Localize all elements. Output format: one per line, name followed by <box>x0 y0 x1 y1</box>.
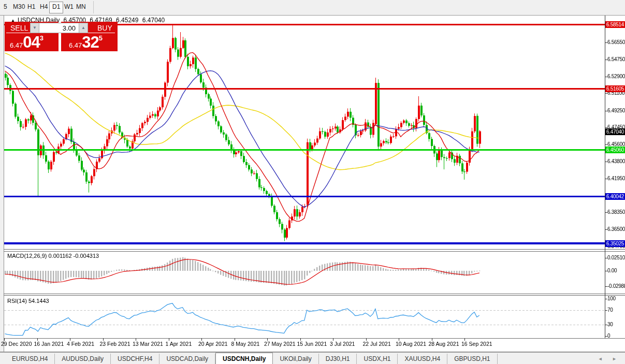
date-tick-label: 22 Jul 2021 <box>363 341 391 347</box>
buy-price-big: 32 <box>82 33 98 51</box>
rsi-axis-tick: 30 <box>607 322 624 327</box>
date-tick-label: 13 Mar 2021 <box>133 341 163 347</box>
ohlc-close: 6.47040 <box>142 17 165 24</box>
sell-price-small: 6.47 <box>10 41 23 49</box>
date-tick-label: 20 Apr 2021 <box>198 341 228 347</box>
chart-tab-usdchf[interactable]: USDCHF,H4 <box>111 354 159 364</box>
chart-tab-ukoil[interactable]: UKOil,Daily <box>273 354 318 364</box>
rsi-label: RSI(14) 54.1443 <box>7 298 49 304</box>
price-axis-tick: 6.38350 <box>607 209 624 215</box>
rsi-axis-tick: 0 <box>607 333 624 339</box>
date-tick-label: 8 May 2021 <box>231 341 260 347</box>
macd-axis-tick: 0.00 <box>607 268 624 273</box>
sell-price: 6.47043 <box>10 33 43 52</box>
chart-tab-usdcnh[interactable]: USDCNH,Daily <box>215 353 273 364</box>
date-tick-label: 28 Aug 2021 <box>429 341 459 347</box>
price-level-badge: 6.51605 <box>605 85 625 92</box>
buy-price-small: 6.47 <box>69 41 82 49</box>
price-axis-tick: 6.36500 <box>607 226 624 232</box>
price-level-badge: 6.40042 <box>605 193 625 200</box>
date-tick-label: 29 Dec 2020 <box>1 341 32 347</box>
chart-tab-usdx[interactable]: USDX,H1 <box>357 354 398 364</box>
volume-input[interactable]: 3.00 <box>39 23 79 33</box>
rsi-axis-tick: 70 <box>607 307 624 313</box>
price-chart-canvas[interactable] <box>0 0 625 364</box>
sell-button[interactable]: SELL <box>10 24 28 32</box>
price-axis-tick: 6.52900 <box>607 74 624 79</box>
date-tick-label: 4 Feb 2021 <box>67 341 94 347</box>
chart-tab-audusd[interactable]: AUDUSD,Daily <box>55 354 111 364</box>
price-axis-tick: 6.41950 <box>607 176 624 181</box>
macd-axis-tick: -0.02988 <box>607 283 624 289</box>
price-axis-tick: 6.49250 <box>607 108 624 113</box>
date-tick-label: 27 May 2021 <box>264 341 296 347</box>
date-tick-label: 1 Apr 2021 <box>166 341 192 347</box>
tab-scroll-arrows[interactable]: ◄ ► <box>598 356 621 361</box>
date-tick-label: 3 Jul 2021 <box>330 341 355 347</box>
price-axis-tick: 6.56550 <box>607 39 624 45</box>
buy-price-sup: 5 <box>99 34 103 42</box>
buy-price: 6.47325 <box>69 33 103 52</box>
sell-price-sup: 3 <box>40 34 43 42</box>
volume-increase-button[interactable]: ▲ <box>79 23 88 33</box>
chart-tab-dj30[interactable]: DJ30,H1 <box>319 354 357 364</box>
price-axis-tick: 6.54750 <box>607 56 624 62</box>
chart-tab-gbpusd[interactable]: GBPUSD,H1 <box>447 354 497 364</box>
ohlc-low: 6.45249 <box>116 17 138 24</box>
chart-tab-bar: EURUSD,H4AUDUSD,DailyUSDCHF,H4USDCAD,Dai… <box>0 352 625 364</box>
date-tick-label: 10 Aug 2021 <box>396 341 426 347</box>
buy-button[interactable]: BUY <box>97 24 112 32</box>
macd-label: MACD(12,26,9) 0.001162 -0.004313 <box>7 253 99 259</box>
date-tick-label: 23 Feb 2021 <box>100 341 130 347</box>
chart-tab-usdcad[interactable]: USDCAD,Daily <box>159 354 215 364</box>
trading-platform: 5M30H1H4D1W1MN ▲USDCNH,Daily 6.45700 6.4… <box>0 0 625 364</box>
current-price-badge: 6.47040 <box>605 128 625 135</box>
price-level-badge: 6.45060 <box>605 147 625 153</box>
rsi-axis-tick: 100 <box>607 296 624 301</box>
volume-decrease-button[interactable]: ▼ <box>30 23 39 33</box>
chart-tab-xauusd[interactable]: XAUUSD,H4 <box>398 354 447 364</box>
date-tick-label: 16 Jan 2021 <box>34 341 64 347</box>
price-level-badge: 6.58514 <box>605 21 625 28</box>
macd-axis-tick: 0.025108 <box>607 255 624 260</box>
price-level-badge: 6.35025 <box>605 240 625 247</box>
chart-tab-eurusd[interactable]: EURUSD,H4 <box>5 354 55 364</box>
sell-price-big: 04 <box>23 33 39 51</box>
date-tick-label: 15 Jun 2021 <box>297 341 327 347</box>
price-axis-tick: 6.43800 <box>607 158 624 164</box>
volume-spinner: ▼ 3.00 ▲ <box>30 23 88 33</box>
date-tick-label: 16 Sep 2021 <box>461 341 492 347</box>
